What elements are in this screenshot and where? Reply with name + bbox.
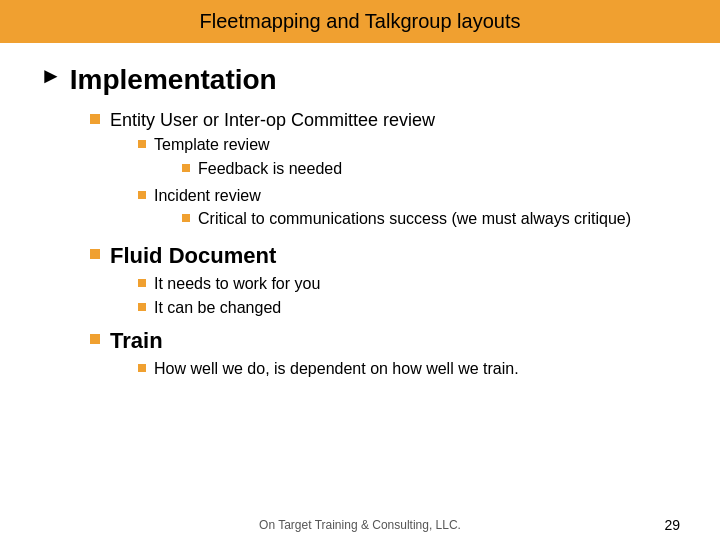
list-item: Fluid Document It needs to work for you … bbox=[90, 242, 680, 321]
bullet-icon bbox=[90, 114, 100, 124]
bullet-icon bbox=[138, 364, 146, 372]
needs-to-work-text: It needs to work for you bbox=[154, 274, 320, 295]
list-item: Feedback is needed bbox=[182, 159, 680, 180]
train-text: Train bbox=[110, 328, 163, 353]
template-review-text: Template review bbox=[154, 136, 270, 153]
bullet-icon bbox=[138, 140, 146, 148]
list-item: It needs to work for you bbox=[138, 274, 680, 295]
bullet-icon bbox=[138, 191, 146, 199]
footer: On Target Training & Consulting, LLC. 29 bbox=[0, 510, 720, 540]
feedback-needed-text: Feedback is needed bbox=[198, 159, 342, 180]
slide: Fleetmapping and Talkgroup layouts ► Imp… bbox=[0, 0, 720, 540]
how-well-text: How well we do, is dependent on how well… bbox=[154, 359, 519, 380]
bullet-icon bbox=[90, 334, 100, 344]
bullet-icon bbox=[182, 164, 190, 172]
level3-list: Feedback is needed bbox=[182, 159, 680, 180]
bullet-icon bbox=[138, 303, 146, 311]
list-item: Train How well we do, is dependent on ho… bbox=[90, 327, 680, 382]
footer-page: 29 bbox=[664, 517, 680, 533]
level3-list: Critical to communications success (we m… bbox=[182, 209, 680, 230]
arrow-icon: ► bbox=[40, 65, 62, 87]
list-item: Critical to communications success (we m… bbox=[182, 209, 680, 230]
main-heading: Implementation bbox=[70, 63, 277, 97]
footer-company: On Target Training & Consulting, LLC. bbox=[259, 518, 461, 532]
critical-comms-text: Critical to communications success (we m… bbox=[198, 209, 631, 230]
list-item: Template review Feedback is needed bbox=[138, 135, 680, 183]
slide-title: Fleetmapping and Talkgroup layouts bbox=[200, 10, 521, 32]
main-bullet: ► Implementation bbox=[40, 63, 680, 97]
level2-list: Template review Feedback is needed bbox=[138, 135, 680, 233]
list-item: How well we do, is dependent on how well… bbox=[138, 359, 680, 380]
bullet-icon bbox=[90, 249, 100, 259]
can-be-changed-text: It can be changed bbox=[154, 298, 281, 319]
incident-review-text: Incident review bbox=[154, 187, 261, 204]
title-bar: Fleetmapping and Talkgroup layouts bbox=[0, 0, 720, 43]
list-item: Incident review Critical to communicatio… bbox=[138, 186, 680, 234]
content-area: ► Implementation Entity User or Inter-op… bbox=[0, 43, 720, 510]
level1-list: Entity User or Inter-op Committee review… bbox=[90, 109, 680, 387]
bullet-icon bbox=[138, 279, 146, 287]
level2-list: It needs to work for you It can be chang… bbox=[138, 274, 680, 319]
fluid-document-text: Fluid Document bbox=[110, 243, 276, 268]
list-item: It can be changed bbox=[138, 298, 680, 319]
bullet-icon bbox=[182, 214, 190, 222]
level2-list: How well we do, is dependent on how well… bbox=[138, 359, 680, 380]
entity-user-text: Entity User or Inter-op Committee review bbox=[110, 110, 435, 130]
list-item: Entity User or Inter-op Committee review… bbox=[90, 109, 680, 237]
